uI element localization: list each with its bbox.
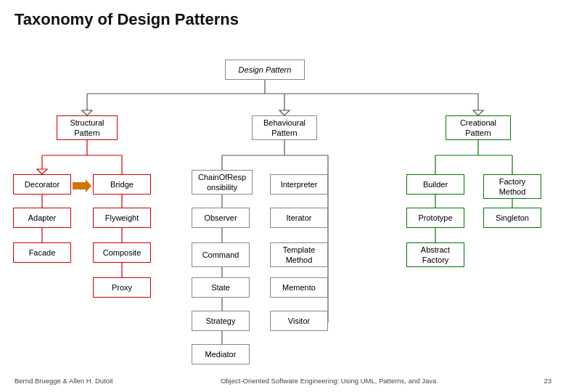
box-creational: Creational Pattern [446,115,511,140]
footer-center: Object-Oriented Software Engineering: Us… [221,377,436,385]
box-observer: Observer [192,208,250,228]
box-strategy: Strategy [192,311,250,331]
box-composite: Composite [93,242,151,263]
box-chain: ChainOfResp onsibility [192,170,253,195]
box-command: Command [192,242,250,267]
svg-marker-7 [473,110,483,115]
svg-marker-49 [73,179,91,192]
footer: Bernd Bruegge & Allen H. Dutoit Object-O… [0,377,566,385]
box-adapter: Adapter [13,208,71,228]
box-flyweight: Flyweight [93,208,151,228]
box-structural: Structural Pattern [57,115,118,140]
footer-left: Bernd Bruegge & Allen H. Dutoit [15,377,113,385]
box-state: State [192,277,250,298]
svg-marker-5 [279,110,290,115]
svg-marker-3 [82,110,92,115]
arrow-decorator-bridge [73,179,91,192]
box-decorator: Decorator [13,174,71,195]
box-iterator: Iterator [270,208,328,228]
box-facade: Facade [13,242,71,263]
diagram-area: Design Pattern Structural Pattern Behavi… [0,32,566,388]
box-behavioural: Behavioural Pattern [252,115,317,140]
box-design-pattern: Design Pattern [225,60,305,80]
box-singleton: Singleton [483,208,541,228]
box-template-method: Template Method [270,242,328,267]
page-title: Taxonomy of Design Patterns [0,0,566,32]
box-proxy: Proxy [93,277,151,298]
box-memento: Memento [270,277,328,298]
box-interpreter: Interpreter [270,174,328,195]
box-bridge: Bridge [93,174,151,195]
box-visitor: Visitor [270,311,328,331]
svg-marker-11 [37,169,47,174]
footer-page: 23 [544,377,551,385]
box-abstract-factory: Abstract Factory [406,242,464,267]
box-mediator: Mediator [192,344,250,364]
box-factory-method: Factory Method [483,174,541,199]
box-builder: Builder [406,174,464,195]
box-prototype: Prototype [406,208,464,228]
